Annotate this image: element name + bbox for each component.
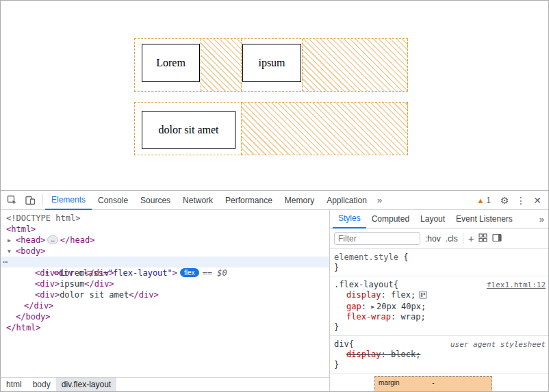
expand-ellipsis-button[interactable]: … [47,235,58,244]
breadcrumb-body[interactable]: body [27,378,56,392]
dom-node-body-close[interactable]: </body> [1,311,329,322]
margin-top-value[interactable]: - [432,379,434,387]
css-property-gap[interactable]: gap: ▶20px 40px; [334,302,547,312]
tab-sources[interactable]: Sources [134,191,177,210]
flex-overlay-row2: dolor sit amet [134,102,408,155]
toggle-element-state-button[interactable]: :hov [425,234,441,244]
dom-node-doctype[interactable]: <!DOCTYPE html> [1,213,329,224]
dom-node-html-close[interactable]: </html> [1,322,329,333]
tab-layout[interactable]: Layout [415,210,450,228]
flex-editor-icon[interactable] [419,291,427,302]
flex-item-dolor: dolor sit amet [142,111,235,149]
tab-console[interactable]: Console [92,191,134,210]
css-property-display[interactable]: display: flex; [334,290,547,302]
user-agent-div-rule[interactable]: div { user agent stylesheet display: blo… [330,336,549,374]
dom-node-html-open[interactable]: <html> [1,224,329,235]
toolbar-divider [42,194,42,207]
settings-gear-icon[interactable]: ⚙ [496,192,513,209]
page-viewport: Lorem ipsum dolor sit amet [1,1,548,190]
node-menu-dots-icon[interactable]: ⋯ [3,257,7,267]
margin-label: margin [379,379,400,387]
flex-item-label: dolor sit amet [159,124,219,136]
inspect-element-icon[interactable] [3,192,21,209]
sidebar-toggle-icon[interactable] [492,233,502,244]
dom-node-child[interactable]: <div>dolor sit amet</div> [1,289,329,300]
tab-memory[interactable]: Memory [279,191,320,210]
chevron-down-icon[interactable]: ▼ [8,246,16,257]
tab-styles[interactable]: Styles [333,210,366,228]
dom-node-head[interactable]: ▶<head>…</head> [1,235,329,246]
more-panels-icon[interactable]: » [373,191,386,210]
flex-layout-rule[interactable]: .flex-layout { flex1.html:12 display: fl… [330,276,549,336]
dom-node-body-open[interactable]: ▼<body> [1,246,329,257]
grid-badges-icon[interactable] [478,233,487,244]
devtools-toolbar: Elements Console Sources Network Perform… [1,190,548,210]
flex-gap-hatch [201,39,242,91]
rule-selector: .flex-layout [334,280,394,290]
shorthand-expander-icon[interactable]: ▶ [371,304,374,310]
elements-dom-tree: <!DOCTYPE html> <html> ▶<head>…</head> ▼… [1,210,329,377]
user-agent-stylesheet-label: user agent stylesheet [450,339,547,350]
tab-performance[interactable]: Performance [219,191,279,210]
css-property-flex-wrap[interactable]: flex-wrap: wrap; [334,312,547,322]
rule-selector: div [334,339,349,350]
flex-overlay-row1: Lorem ipsum [134,38,408,92]
flex-item-label: ipsum [258,57,285,69]
styles-filter-input[interactable] [334,232,420,245]
styles-sidebar: Styles Computed Layout Event Listeners »… [329,210,549,392]
new-style-rule-button[interactable]: + [468,233,474,244]
styles-rule-list: element.style { } .flex-layout { flex1.h… [330,249,549,374]
element-style-rule[interactable]: element.style { } [330,249,549,276]
flex-item-ipsum: ipsum [242,44,301,82]
flex-item-lorem: Lorem [142,44,200,82]
dom-node-div-close[interactable]: </div> [1,300,329,311]
box-model-margin: margin - [374,376,492,392]
stylesheet-source-link[interactable]: flex1.html:12 [487,280,547,290]
add-class-button[interactable]: .cls [446,234,458,244]
warning-count: 1 [486,196,491,205]
breadcrumb-div-flex-layout[interactable]: div.flex-layout [56,378,116,392]
tab-application[interactable]: Application [320,191,373,210]
styles-tab-bar: Styles Computed Layout Event Listeners » [330,210,549,228]
flex-freespace-hatch [302,39,408,91]
dom-node-child[interactable]: <div>ipsum</div> [1,278,329,289]
toolbar-right-group: ▲ 1 ⚙ ⋮ ✕ [476,192,548,209]
breadcrumb: html body div.flex-layout [1,377,329,392]
warning-icon: ▲ [476,196,484,205]
css-property-display-overridden[interactable]: display: block; [334,350,547,360]
styles-toolbar: :hov .cls + [330,228,549,249]
tab-event-listeners[interactable]: Event Listeners [450,210,518,228]
tab-network[interactable]: Network [177,191,219,210]
kebab-menu-icon[interactable]: ⋮ [513,192,529,209]
tab-computed[interactable]: Computed [366,210,415,228]
console-warning-indicator[interactable]: ▲ 1 [476,196,491,205]
device-toolbar-icon[interactable] [21,192,39,209]
breadcrumb-html[interactable]: html [1,378,27,392]
browser-window: Lorem ipsum dolor sit amet Elements Cons… [0,0,549,392]
toolbar-divider [463,233,463,244]
chevron-right-icon[interactable]: ▶ [8,235,16,246]
close-devtools-icon[interactable]: ✕ [529,192,546,209]
flex-freespace-hatch [241,103,408,155]
dom-node-flex-layout-div[interactable]: ⋯▼<div class="flex-layout">flex== $0 [1,257,329,267]
tab-elements[interactable]: Elements [45,191,92,210]
dom-node-child[interactable]: <div>Lorem</div> [1,267,329,278]
more-sidebar-tabs-icon[interactable]: » [534,210,549,228]
flex-item-label: Lorem [156,57,186,69]
